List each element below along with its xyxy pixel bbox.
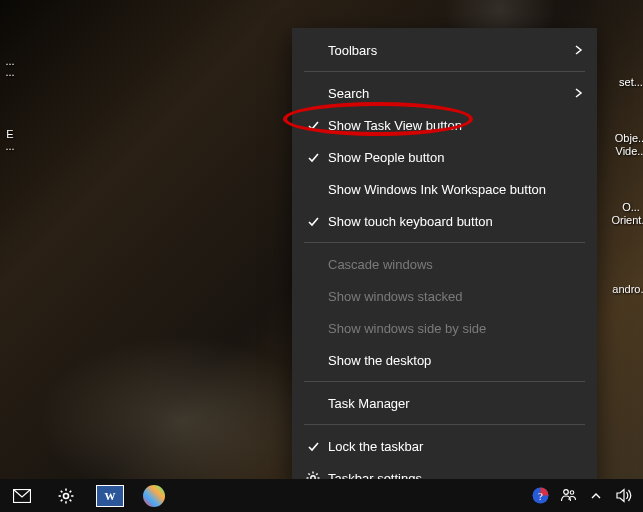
- svg-point-10: [63, 493, 68, 498]
- menu-item-show-touch-keyboard[interactable]: Show touch keyboard button: [292, 205, 597, 237]
- svg-line-5: [308, 473, 309, 474]
- svg-point-22: [570, 491, 574, 495]
- menu-label: Show Windows Ink Workspace button: [324, 182, 583, 197]
- desktop-icon-label[interactable]: andro...: [601, 283, 643, 295]
- svg-line-16: [70, 499, 72, 501]
- menu-item-cascade-windows: Cascade windows: [292, 248, 597, 280]
- svg-line-18: [61, 499, 63, 501]
- app-word-button[interactable]: W: [88, 479, 132, 512]
- gear-icon: [58, 488, 74, 504]
- menu-label: Show windows side by side: [324, 321, 583, 336]
- word-icon: W: [96, 485, 124, 507]
- menu-item-search[interactable]: Search: [292, 77, 597, 109]
- menu-separator: [304, 424, 585, 425]
- check-icon: [302, 440, 324, 453]
- menu-label: Show People button: [324, 150, 583, 165]
- svg-line-17: [70, 490, 72, 492]
- desktop-icon-label[interactable]: ...: [0, 140, 40, 152]
- mail-button[interactable]: [0, 479, 44, 512]
- help-icon[interactable]: ?: [531, 487, 549, 505]
- settings-button[interactable]: [44, 479, 88, 512]
- menu-item-windows-side-by-side: Show windows side by side: [292, 312, 597, 344]
- desktop-icon-label[interactable]: Obje...: [601, 132, 643, 144]
- check-icon: [302, 119, 324, 132]
- svg-line-15: [61, 490, 63, 492]
- menu-item-windows-stacked: Show windows stacked: [292, 280, 597, 312]
- chevron-right-icon: [569, 88, 583, 98]
- menu-label: Show Task View button: [324, 118, 583, 133]
- menu-item-lock-taskbar[interactable]: Lock the taskbar: [292, 430, 597, 462]
- taskbar-context-menu: Toolbars Search Show Task View button Sh…: [292, 28, 597, 500]
- check-icon: [302, 215, 324, 228]
- svg-text:?: ?: [538, 490, 543, 502]
- menu-label: Show touch keyboard button: [324, 214, 583, 229]
- menu-item-show-people[interactable]: Show People button: [292, 141, 597, 173]
- svg-line-7: [316, 473, 317, 474]
- desktop-icon-label[interactable]: E: [0, 128, 40, 140]
- taskbar: W ?: [0, 479, 643, 512]
- menu-label: Show windows stacked: [324, 289, 583, 304]
- mail-icon: [13, 489, 31, 503]
- menu-separator: [304, 71, 585, 72]
- paint-icon: [143, 485, 165, 507]
- menu-separator: [304, 242, 585, 243]
- volume-icon[interactable]: [615, 487, 633, 505]
- menu-label: Show the desktop: [324, 353, 583, 368]
- menu-item-task-manager[interactable]: Task Manager: [292, 387, 597, 419]
- menu-item-toolbars[interactable]: Toolbars: [292, 34, 597, 66]
- svg-point-21: [563, 490, 568, 495]
- chevron-right-icon: [569, 45, 583, 55]
- people-icon[interactable]: [559, 487, 577, 505]
- menu-item-show-task-view[interactable]: Show Task View button: [292, 109, 597, 141]
- desktop-icon-label[interactable]: O...: [601, 201, 643, 213]
- app-paint-button[interactable]: [132, 479, 176, 512]
- menu-item-show-desktop[interactable]: Show the desktop: [292, 344, 597, 376]
- menu-label: Lock the taskbar: [324, 439, 583, 454]
- tray-chevron-up-icon[interactable]: [587, 487, 605, 505]
- menu-label: Task Manager: [324, 396, 583, 411]
- menu-item-show-ink[interactable]: Show Windows Ink Workspace button: [292, 173, 597, 205]
- system-tray: ?: [525, 479, 643, 512]
- menu-label: Search: [324, 86, 569, 101]
- menu-label: Cascade windows: [324, 257, 583, 272]
- desktop-icon-label[interactable]: set...: [601, 76, 643, 88]
- check-icon: [302, 151, 324, 164]
- menu-separator: [304, 381, 585, 382]
- desktop-icon-label[interactable]: ...: [0, 66, 40, 78]
- desktop-icon-label[interactable]: Orient...: [601, 214, 643, 226]
- menu-label: Toolbars: [324, 43, 569, 58]
- desktop-icon-label[interactable]: Vide...: [601, 145, 643, 157]
